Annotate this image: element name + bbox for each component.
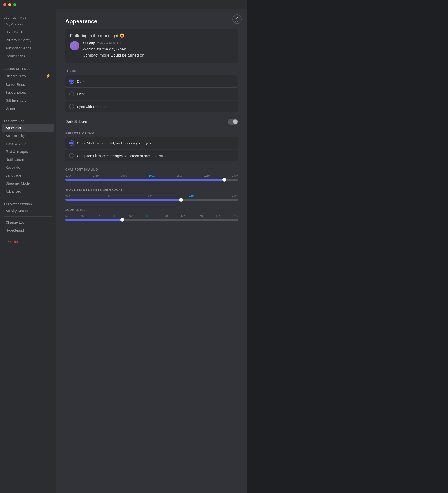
theme-option-dark[interactable]: Dark — [65, 76, 238, 87]
message-display-label: MESSAGE DISPLAY — [65, 131, 238, 134]
sidebar-item-streamer-mode[interactable]: Streamer Mode — [2, 179, 54, 187]
divider-4 — [4, 216, 52, 217]
theme-light-label: Light — [77, 92, 85, 96]
chat-font-scaling-label: CHAT FONT SCALING — [65, 168, 238, 171]
tick-20px: 20px — [204, 174, 210, 177]
app-settings-label: App Settings — [0, 116, 56, 123]
tick-175: 175 — [216, 214, 221, 218]
theme-option-sync[interactable]: Sync with computer — [65, 101, 238, 112]
sidebar-item-privacy-safety[interactable]: Privacy & Safety — [2, 36, 54, 44]
sidebar-item-hypesquad[interactable]: HypeSquad — [2, 226, 54, 234]
radio-circle-dark — [69, 79, 74, 84]
tick-50: 50 — [65, 214, 68, 218]
dark-sidebar-label: Dark Sidebar — [65, 120, 87, 124]
sidebar-item-billing[interactable]: Billing — [2, 104, 54, 112]
sidebar-item-activity-status[interactable]: Activity Status — [2, 207, 54, 214]
tick-16px-groups: 16px — [189, 194, 195, 197]
radio-circle-compact — [69, 153, 74, 158]
tick-100-active: 100 — [145, 214, 150, 218]
message-display-radio-group: Cozy: Modern, beautiful, and easy on you… — [65, 137, 238, 161]
divider-1 — [4, 62, 52, 62]
space-between-groups-track[interactable] — [65, 199, 238, 201]
tick-200: 200 — [233, 214, 238, 218]
zoom-level-track[interactable] — [65, 219, 238, 221]
main-content: ✕ ESC Appearance Fluttering in the moonl… — [56, 9, 247, 493]
close-icon: ✕ — [235, 16, 239, 20]
message-text-line2: Compact mode would be turned on — [83, 52, 144, 58]
sidebar-item-advanced[interactable]: Advanced — [2, 187, 54, 195]
message-header: a11yup Today at 10:48 PM — [83, 41, 144, 45]
message-timestamp: Today at 10:48 PM — [97, 42, 121, 45]
space-between-groups-label: SPACE BETWEEN MESSAGE GROUPS — [65, 188, 238, 191]
tick-125: 125 — [181, 214, 185, 218]
space-between-groups-section: SPACE BETWEEN MESSAGE GROUPS 0px 4px 8px… — [65, 188, 238, 201]
chat-font-scaling-thumb — [222, 178, 226, 181]
page-title: Appearance — [65, 18, 238, 25]
sidebar-item-subscriptions[interactable]: Subscriptions — [2, 89, 54, 96]
sidebar-item-accessibility[interactable]: Accessibility — [2, 132, 54, 139]
tick-8px: 8px — [148, 194, 152, 197]
radio-circle-light — [69, 91, 74, 97]
sidebar-item-notifications[interactable]: Notifications — [2, 156, 54, 163]
sidebar-item-keybinds[interactable]: Keybinds — [2, 164, 54, 171]
chat-font-scaling-ticks: 12px 14px 15px 16px 18px 20px 24px — [65, 174, 238, 177]
minimize-traffic-light[interactable] — [8, 3, 11, 6]
activity-settings-label: Activity Settings — [0, 199, 56, 207]
sidebar-item-discord-nitro[interactable]: Discord Nitro ⚡ — [2, 71, 54, 80]
nitro-icon: ⚡ — [45, 73, 50, 78]
sidebar-item-appearance[interactable]: Appearance — [2, 124, 54, 132]
space-between-groups-ticks: 0px 4px 8px 16px 24px — [65, 194, 238, 197]
titlebar — [0, 0, 247, 9]
sidebar-item-my-account[interactable]: My Account — [2, 20, 54, 28]
dark-sidebar-toggle[interactable] — [228, 119, 238, 124]
divider-2 — [4, 114, 52, 114]
tick-0px: 0px — [65, 194, 70, 197]
preview-box: Fluttering in the moonlight 😛 L1 a11yup … — [65, 29, 238, 63]
esc-label: ESC — [235, 20, 240, 23]
maximize-traffic-light[interactable] — [13, 3, 16, 6]
sidebar-item-voice-video[interactable]: Voice & Video — [2, 140, 54, 147]
sidebar-item-server-boost[interactable]: Server Boost — [2, 81, 54, 88]
tick-24px: 24px — [232, 174, 238, 177]
zoom-level-ticks: 50 67 75 80 90 100 110 125 150 175 200 — [65, 214, 238, 218]
chat-font-scaling-fill — [65, 179, 224, 181]
zoom-level-label: ZOOM LEVEL — [65, 208, 238, 212]
sidebar-item-language[interactable]: Language — [2, 171, 54, 179]
close-button[interactable]: ✕ ESC — [232, 14, 242, 24]
tick-67: 67 — [81, 214, 85, 218]
space-between-groups-thumb — [179, 198, 183, 202]
sidebar-item-connections[interactable]: Connections — [2, 52, 54, 60]
preview-message: L1 a11yup Today at 10:48 PM Waiting for … — [70, 41, 233, 58]
tick-18px: 18px — [176, 174, 182, 177]
radio-circle-cozy — [69, 140, 74, 146]
sidebar-item-text-images[interactable]: Text & Images — [2, 148, 54, 155]
tick-24px-groups: 24px — [232, 194, 238, 197]
dark-sidebar-row: Dark Sidebar — [65, 119, 238, 124]
tick-110: 110 — [163, 214, 168, 218]
sidebar-item-change-log[interactable]: Change Log — [2, 218, 54, 226]
message-body: a11yup Today at 10:48 PM Waiting for the… — [83, 41, 144, 58]
theme-dark-label: Dark — [77, 79, 85, 83]
theme-label: THEME — [65, 69, 238, 73]
user-settings-label: User Settings — [0, 13, 56, 20]
divider-3 — [4, 197, 52, 197]
sidebar-item-user-profile[interactable]: User Profile — [2, 28, 54, 36]
sidebar-item-logout[interactable]: Log Out — [2, 238, 54, 246]
avatar: L1 — [70, 41, 79, 50]
message-display-cozy-label: Cozy: Modern, beautiful, and easy on you… — [77, 141, 152, 145]
radio-circle-sync — [69, 104, 74, 109]
message-display-compact[interactable]: Compact: Fit more messages on screen at … — [65, 150, 238, 161]
tick-80: 80 — [113, 214, 117, 218]
billing-settings-label: Billing Settings — [0, 64, 56, 71]
message-display-cozy[interactable]: Cozy: Modern, beautiful, and easy on you… — [65, 137, 238, 149]
theme-sync-label: Sync with computer — [77, 105, 107, 109]
sidebar-item-gift-inventory[interactable]: Gift Inventory — [2, 97, 54, 104]
sidebar-item-authorized-apps[interactable]: Authorized Apps — [2, 44, 54, 52]
zoom-level-thumb — [120, 218, 124, 222]
theme-option-light[interactable]: Light — [65, 88, 238, 100]
divider-5 — [4, 236, 52, 236]
close-traffic-light[interactable] — [3, 3, 6, 6]
toggle-knob — [233, 119, 237, 124]
tick-90: 90 — [129, 214, 133, 218]
chat-font-scaling-track[interactable] — [65, 179, 238, 181]
